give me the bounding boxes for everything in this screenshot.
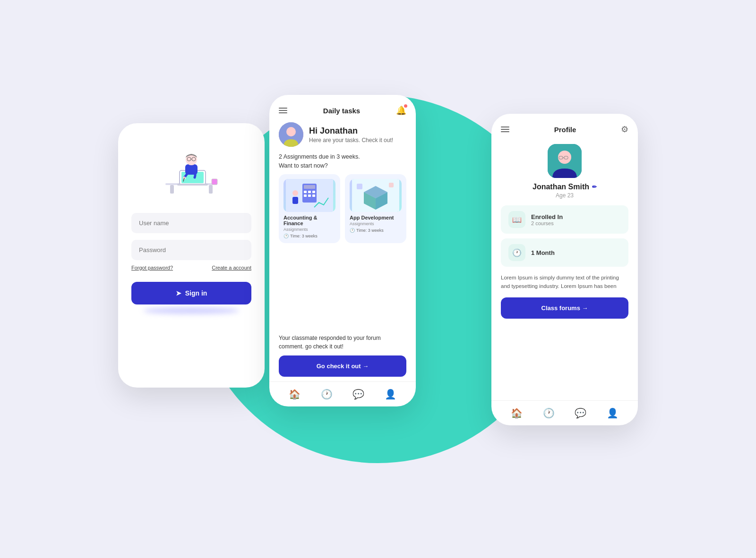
forgot-password-link[interactable]: Forgot password? <box>131 265 173 271</box>
course-type-accounting: Assignments <box>284 227 335 232</box>
profile-header-title: Profile <box>554 126 576 134</box>
course-title-accounting: Accounting & Finance <box>284 215 335 226</box>
class-forums-button[interactable]: Class forums → <box>501 297 628 319</box>
tasks-header-title: Daily tasks <box>323 107 360 115</box>
greeting-sub: Here are your tasks. Check it out! <box>309 137 393 144</box>
svg-rect-19 <box>304 191 307 193</box>
nav-profile-tasks[interactable]: 👤 <box>385 389 396 400</box>
user-avatar-tasks <box>279 122 303 147</box>
svg-rect-20 <box>308 191 311 193</box>
enrolled-card: 📖 Enrolled In 2 courses <box>501 205 628 234</box>
sign-in-button[interactable]: ➤ Sign in <box>131 282 251 304</box>
svg-rect-5 <box>177 184 208 186</box>
password-input[interactable] <box>131 240 251 260</box>
greeting-text: Hi Jonathan Here are your tasks. Check i… <box>309 126 393 144</box>
sign-in-shadow <box>143 307 239 314</box>
bell-icon[interactable]: 🔔 <box>396 105 406 116</box>
course-title-appdev: App Development <box>350 215 402 220</box>
clock-icon-2: 🕐 <box>350 228 355 233</box>
svg-rect-21 <box>312 191 315 193</box>
assignments-text: 2 Assignments due in 3 weeks.Want to sta… <box>279 152 406 170</box>
svg-rect-32 <box>357 184 362 189</box>
go-check-label: Go check it out → <box>317 363 369 370</box>
enrolled-sub: 2 courses <box>531 220 563 226</box>
nav-clock-tasks[interactable]: 🕐 <box>321 389 333 400</box>
phone-tasks: Daily tasks 🔔 Hi Jonathan Here are your … <box>269 95 416 406</box>
tasks-bottom-nav: 🏠 🕐 💬 👤 <box>269 381 416 406</box>
edit-icon[interactable]: ✏ <box>592 184 597 190</box>
profile-name: Jonathan Smith ✏ <box>533 183 597 191</box>
nav-chat-profile[interactable]: 💬 <box>575 407 586 419</box>
clock-profile-icon: 🕐 <box>508 244 525 261</box>
svg-rect-6 <box>212 179 217 185</box>
sign-in-icon: ➤ <box>176 289 181 297</box>
svg-rect-18 <box>304 185 315 189</box>
book-icon: 📖 <box>508 211 525 228</box>
svg-rect-1 <box>170 185 174 194</box>
profile-info-cards: 📖 Enrolled In 2 courses 🕐 1 Month <box>491 205 638 267</box>
svg-rect-23 <box>308 194 311 197</box>
phone-login: Forgot password? Create a account ➤ Sign… <box>118 123 265 388</box>
clock-icon-1: 🕐 <box>284 234 289 238</box>
nav-home-tasks[interactable]: 🏠 <box>289 389 301 400</box>
nav-user-profile[interactable]: 👤 <box>607 407 619 419</box>
profile-avatar <box>548 144 582 178</box>
svg-rect-2 <box>209 185 213 194</box>
create-account-link[interactable]: Create a account <box>212 265 251 271</box>
enrolled-info: Enrolled In 2 courses <box>531 213 563 226</box>
gear-icon[interactable]: ⚙ <box>621 124 628 135</box>
username-input[interactable] <box>131 213 251 233</box>
course-img-accounting <box>284 179 335 212</box>
course-img-appdev <box>350 179 402 212</box>
course-card-appdev: App Development Assignments 🕐 Time: 3 we… <box>345 174 406 243</box>
phone-profile: Profile ⚙ Jonathan Smith ✏ Age 23 <box>491 114 638 425</box>
enrolled-label: Enrolled In <box>531 213 563 220</box>
svg-rect-22 <box>304 194 307 197</box>
forum-section: Your classmate responded to your forum c… <box>269 334 416 381</box>
class-forums-label: Class forums → <box>541 304 588 312</box>
course-type-appdev: Assignments <box>350 221 402 226</box>
profile-avatar-section: Jonathan Smith ✏ Age 23 <box>491 139 638 205</box>
profile-bio: Lorem Ipsum is simply dummy text of the … <box>491 273 638 291</box>
sign-in-label: Sign in <box>185 289 207 297</box>
course-time-accounting: 🕐 Time: 3 weeks <box>284 234 335 238</box>
bell-dot <box>404 104 407 108</box>
greeting-name: Hi Jonathan <box>309 126 393 136</box>
nav-chat-tasks[interactable]: 💬 <box>352 389 364 400</box>
svg-point-25 <box>292 190 298 196</box>
svg-rect-24 <box>312 194 315 197</box>
profile-header: Profile ⚙ <box>491 114 638 139</box>
svg-rect-26 <box>292 197 298 204</box>
login-links: Forgot password? Create a account <box>131 265 251 271</box>
course-card-accounting: Accounting & Finance Assignments 🕐 Time:… <box>279 174 340 243</box>
tasks-content: Hi Jonathan Here are your tasks. Check i… <box>269 122 416 332</box>
month-card: 🕐 1 Month <box>501 238 628 267</box>
svg-point-15 <box>286 127 296 136</box>
hamburger-icon[interactable] <box>279 108 287 113</box>
month-label: 1 Month <box>531 249 555 256</box>
go-check-button[interactable]: Go check it out → <box>279 355 406 377</box>
forum-text: Your classmate responded to your forum c… <box>279 334 406 351</box>
svg-point-35 <box>558 151 571 164</box>
profile-age: Age 23 <box>556 192 574 199</box>
phones-container: Forgot password? Create a account ➤ Sign… <box>94 67 662 491</box>
user-row: Hi Jonathan Here are your tasks. Check i… <box>279 122 406 147</box>
svg-rect-33 <box>389 183 394 187</box>
login-illustration <box>158 142 224 199</box>
courses-row: Accounting & Finance Assignments 🕐 Time:… <box>279 174 406 243</box>
tasks-header: Daily tasks 🔔 <box>269 95 416 122</box>
nav-clock-profile[interactable]: 🕐 <box>543 407 555 419</box>
profile-hamburger-icon[interactable] <box>501 127 509 132</box>
nav-home-profile[interactable]: 🏠 <box>511 407 523 419</box>
profile-bottom-nav: 🏠 🕐 💬 👤 <box>491 400 638 425</box>
course-time-appdev: 🕐 Time: 3 weeks <box>350 228 402 233</box>
